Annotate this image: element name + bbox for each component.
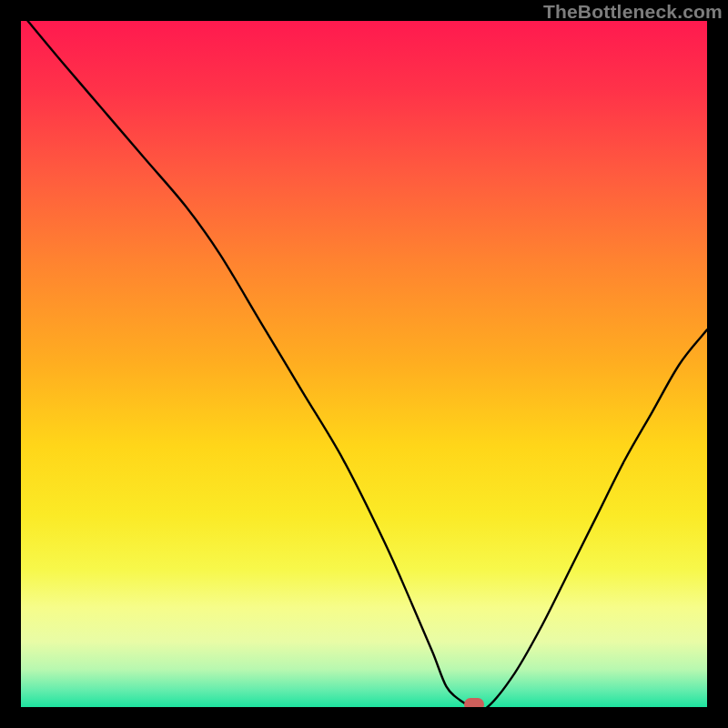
bottleneck-curve [21, 21, 707, 707]
optimal-marker [464, 698, 484, 707]
watermark-text: TheBottleneck.com [543, 1, 723, 23]
plot-area [21, 21, 707, 707]
chart-stage: TheBottleneck.com [0, 0, 728, 728]
